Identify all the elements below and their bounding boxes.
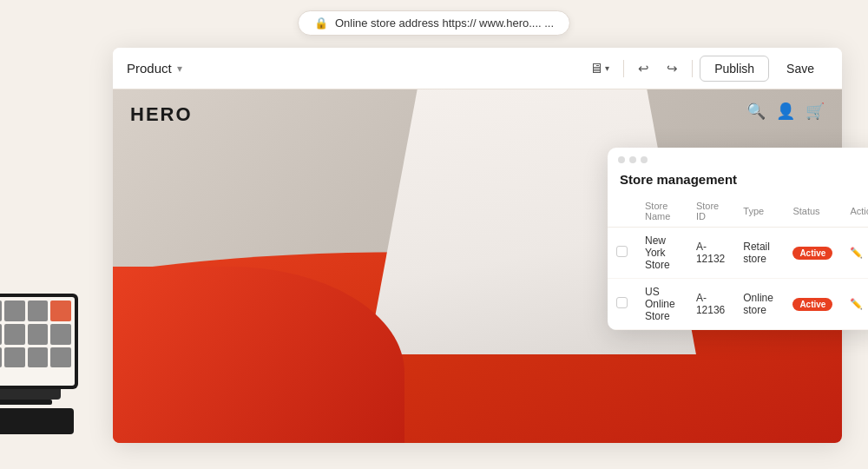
- lock-icon: 🔒: [314, 17, 328, 30]
- th-checkbox: [608, 195, 636, 228]
- monitor-button[interactable]: 🖥 ▾: [582, 56, 616, 82]
- pos-stand: [0, 389, 61, 400]
- hero-brand: HERO: [130, 103, 193, 126]
- edit-icon[interactable]: ✏️: [850, 247, 863, 259]
- toolbar: Product ▾ 🖥 ▾ ↩ ↪ Publish Save: [113, 48, 842, 89]
- pos-thumb: [4, 301, 25, 321]
- pos-screen-inner: [0, 297, 75, 386]
- url-bar-text: Online store address https:// www.hero..…: [335, 17, 554, 30]
- product-dropdown-chevron: ▾: [177, 63, 182, 75]
- store-name: US Online Store: [636, 279, 687, 330]
- store-id: A-12132: [687, 228, 734, 279]
- pos-thumb: [4, 347, 25, 368]
- store-type: Retail store: [734, 228, 784, 279]
- pos-thumb: [0, 301, 2, 321]
- checkbox[interactable]: [616, 297, 628, 308]
- th-status: Status: [784, 195, 841, 228]
- row-checkbox[interactable]: [608, 279, 636, 330]
- publish-button[interactable]: Publish: [700, 56, 769, 82]
- table-row: US Online Store A-12136 Online store Act…: [608, 279, 868, 330]
- dot-2: [629, 156, 636, 163]
- user-icon[interactable]: 👤: [776, 102, 795, 121]
- pos-thumb: [4, 324, 25, 345]
- toolbar-right: 🖥 ▾ ↩ ↪ Publish Save: [582, 56, 828, 82]
- status-active-badge: Active: [792, 247, 832, 260]
- pos-thumb: [28, 324, 49, 345]
- hero-header-icons: 🔍 👤 🛒: [746, 102, 825, 121]
- pos-thumb: [50, 324, 71, 345]
- pos-thumb: [0, 324, 2, 345]
- redo-icon: ↪: [667, 61, 678, 76]
- pos-extra-unit: [0, 408, 74, 434]
- status-active-badge: Active: [792, 298, 832, 311]
- pos-thumb: [50, 347, 71, 368]
- redo-button[interactable]: ↪: [660, 56, 685, 82]
- pos-thumb: [0, 347, 2, 368]
- store-status: Active: [784, 228, 841, 279]
- th-store-id: Store ID: [687, 195, 734, 228]
- store-action[interactable]: ✏️: [841, 228, 868, 279]
- undo-button[interactable]: ↩: [631, 56, 656, 82]
- th-store-name: Store Name: [636, 195, 687, 228]
- toolbar-divider-2: [692, 60, 693, 77]
- dot-1: [618, 156, 625, 163]
- store-table: Store Name Store ID Type Status Action N…: [608, 195, 868, 330]
- store-type: Online store: [734, 279, 784, 330]
- product-dropdown-label[interactable]: Product: [127, 61, 172, 76]
- monitor-icon: 🖥: [589, 61, 603, 76]
- table-header-row: Store Name Store ID Type Status Action: [608, 195, 868, 228]
- store-management-panel: Store management Store Name Store ID Typ…: [608, 148, 868, 330]
- pos-terminal: [0, 294, 87, 434]
- store-status: Active: [784, 279, 841, 330]
- store-name: New York Store: [636, 228, 687, 279]
- save-button[interactable]: Save: [773, 56, 828, 81]
- cart-icon[interactable]: 🛒: [806, 102, 825, 121]
- pos-base: [0, 400, 52, 405]
- toolbar-left: Product ▾: [127, 61, 182, 76]
- monitor-chevron: ▾: [605, 63, 609, 73]
- panel-title: Store management: [608, 168, 868, 195]
- undo-icon: ↩: [638, 61, 649, 76]
- panel-dots: [608, 148, 868, 168]
- th-action: Action: [841, 195, 868, 228]
- th-type: Type: [734, 195, 784, 228]
- store-id: A-12136: [687, 279, 734, 330]
- toolbar-divider: [623, 60, 624, 77]
- table-row: New York Store A-12132 Retail store Acti…: [608, 228, 868, 279]
- pos-screen: [0, 294, 78, 389]
- pos-main-area: [0, 297, 75, 386]
- checkbox[interactable]: [616, 246, 628, 257]
- url-bar[interactable]: 🔒 Online store address https:// www.hero…: [298, 10, 570, 36]
- pos-thumb: [50, 301, 71, 321]
- pos-thumb: [28, 301, 49, 321]
- dot-3: [641, 156, 648, 163]
- row-checkbox[interactable]: [608, 228, 636, 279]
- search-icon[interactable]: 🔍: [746, 102, 766, 121]
- pos-thumb: [28, 347, 49, 368]
- store-action[interactable]: ✏️: [841, 279, 868, 330]
- edit-icon[interactable]: ✏️: [850, 298, 863, 310]
